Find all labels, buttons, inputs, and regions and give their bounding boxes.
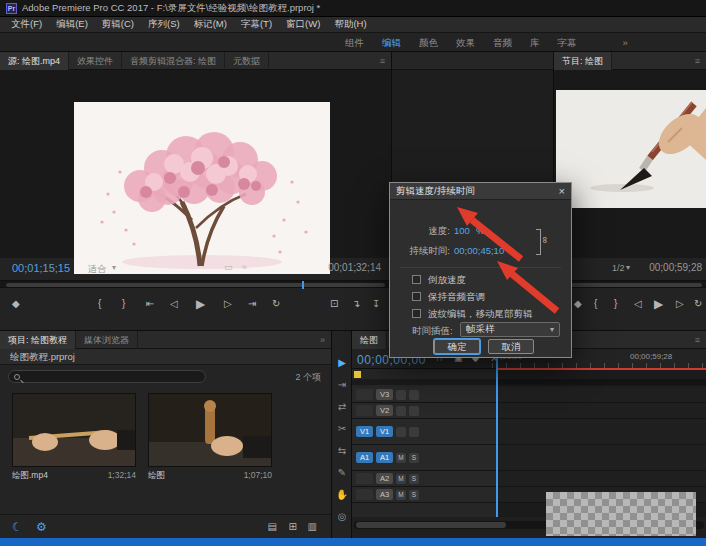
ripple-edit-checkbox[interactable]	[412, 309, 421, 318]
step-back-button[interactable]: ◁	[634, 294, 642, 314]
track-select-tool[interactable]: ⇥	[332, 379, 352, 390]
loop-button[interactable]: ↻	[694, 294, 702, 314]
track-output-icon[interactable]	[409, 427, 419, 437]
tab-project[interactable]: 项目: 绘图教程	[0, 331, 76, 349]
scrollbar-handle[interactable]	[356, 522, 506, 528]
step-forward-button[interactable]: ▷	[224, 294, 232, 314]
solo-button[interactable]: S	[409, 453, 419, 463]
workspace-tab-libraries[interactable]: 库	[521, 33, 549, 52]
source-scrub-bar[interactable]	[0, 280, 391, 288]
search-input[interactable]	[24, 372, 184, 382]
track-target-a2[interactable]: A2	[376, 473, 393, 484]
link-speed-duration-icon[interactable]: ∞	[540, 237, 550, 243]
project-search-box[interactable]	[8, 370, 206, 383]
mark-out-button[interactable]: }	[614, 294, 617, 314]
workspace-tab-titles[interactable]: 字幕	[549, 33, 586, 52]
track-target-v2[interactable]: V2	[376, 405, 393, 416]
workspace-tab-effects[interactable]: 效果	[447, 33, 484, 52]
track-target-v3[interactable]: V3	[376, 389, 393, 400]
track-output-icon[interactable]	[409, 390, 419, 400]
sync-lock-icon[interactable]	[396, 390, 406, 400]
menu-sequence[interactable]: 序列(S)	[141, 18, 187, 31]
drag-audio-icon[interactable]: ≈	[242, 263, 247, 272]
track-output-icon[interactable]	[409, 406, 419, 416]
razor-tool[interactable]: ✂	[332, 423, 352, 434]
menu-marker[interactable]: 标记(M)	[187, 18, 234, 31]
track-lane-v2[interactable]	[497, 403, 706, 419]
menu-title[interactable]: 字幕(T)	[234, 18, 279, 31]
mute-button[interactable]: M	[396, 453, 406, 463]
sync-lock-icon[interactable]	[396, 406, 406, 416]
source-zoom-select[interactable]: 适合	[88, 263, 106, 276]
workspace-tab-audio[interactable]: 音频	[484, 33, 521, 52]
pen-tool[interactable]: ✎	[332, 467, 352, 478]
insert-button[interactable]: ↴	[352, 294, 360, 314]
program-scrub-bar[interactable]	[554, 280, 706, 288]
project-item-card[interactable]: 绘图 1;07;10	[148, 393, 272, 482]
export-frame-button[interactable]: ⊡	[330, 294, 338, 314]
tab-source[interactable]: 源: 绘图.mp4	[0, 52, 69, 70]
menu-edit[interactable]: 编辑(E)	[49, 18, 95, 31]
program-video-frame[interactable]	[556, 90, 706, 208]
track-lane-a2[interactable]	[497, 471, 706, 487]
mark-in-button[interactable]: {	[98, 294, 101, 314]
source-patch-v1[interactable]: V1	[356, 426, 373, 437]
solo-button[interactable]: S	[409, 474, 419, 484]
source-patch-a1[interactable]: A1	[356, 452, 373, 463]
source-patch-empty[interactable]	[356, 489, 373, 500]
close-icon[interactable]: ×	[559, 185, 565, 197]
track-lane-a1[interactable]	[497, 445, 706, 471]
slip-tool[interactable]: ⇆	[332, 445, 352, 456]
selection-tool[interactable]: ▶	[332, 357, 352, 368]
play-button[interactable]: ▶	[196, 294, 205, 314]
add-marker-button[interactable]: ◆	[574, 294, 582, 314]
source-current-timecode[interactable]: 00;01;15;15	[12, 262, 70, 274]
menu-file[interactable]: 文件(F)	[4, 18, 49, 31]
ripple-edit-tool[interactable]: ⇄	[332, 401, 352, 412]
tab-effect-controls[interactable]: 效果控件	[69, 52, 122, 70]
hand-tool[interactable]: ✋	[332, 489, 352, 500]
time-interpolation-select[interactable]: 帧采样 ▾	[460, 322, 560, 337]
new-bin-icon[interactable]: ▤	[268, 522, 277, 532]
trash-icon[interactable]: ▥	[308, 522, 317, 532]
source-patch-empty[interactable]	[356, 389, 373, 400]
workspace-tab-editing[interactable]: 编辑	[373, 33, 410, 52]
solo-button[interactable]: S	[409, 490, 419, 500]
project-item-card[interactable]: 绘图.mp4 1;32;14	[12, 393, 136, 482]
go-to-out-button[interactable]: ⇥	[248, 294, 256, 314]
loop-button[interactable]: ↻	[272, 294, 280, 314]
gear-icon[interactable]: ⚙	[36, 520, 47, 534]
step-forward-button[interactable]: ▷	[676, 294, 684, 314]
speed-value[interactable]: 100	[454, 225, 470, 236]
dialog-title-bar[interactable]: 剪辑速度/持续时间 ×	[390, 183, 571, 200]
workspace-tab-color[interactable]: 颜色	[410, 33, 447, 52]
mark-out-button[interactable]: }	[122, 294, 125, 314]
track-target-v1[interactable]: V1	[376, 426, 393, 437]
reverse-speed-checkbox[interactable]	[412, 275, 421, 284]
new-item-icon[interactable]: ⊞	[289, 522, 297, 532]
track-lane-v1[interactable]	[497, 419, 706, 445]
source-patch-empty[interactable]	[356, 473, 373, 484]
playhead-line[interactable]	[496, 355, 498, 517]
menu-window[interactable]: 窗口(W)	[279, 18, 327, 31]
source-playhead-marker[interactable]	[302, 281, 304, 289]
track-target-a3[interactable]: A3	[376, 489, 393, 500]
workspace-overflow-icon[interactable]: »	[614, 33, 637, 52]
workspace-tab-assembly[interactable]: 组件	[336, 33, 373, 52]
program-zoom-select[interactable]: 1/2	[612, 263, 625, 273]
sync-lock-icon[interactable]	[396, 427, 406, 437]
step-back-button[interactable]: ◁	[170, 294, 178, 314]
ok-button[interactable]: 确定	[434, 339, 480, 354]
tab-metadata[interactable]: 元数据	[225, 52, 269, 70]
tab-media-browser[interactable]: 媒体浏览器	[76, 331, 138, 349]
go-to-in-button[interactable]: ⇤	[146, 294, 154, 314]
panel-menu-icon[interactable]: ≡	[374, 56, 391, 66]
menu-clip[interactable]: 剪辑(C)	[95, 18, 141, 31]
tab-program[interactable]: 节目: 绘图	[554, 52, 612, 70]
duration-value[interactable]: 00;00;45;10	[454, 245, 504, 256]
track-target-a1[interactable]: A1	[376, 452, 393, 463]
tab-sequence[interactable]: 绘图	[352, 331, 387, 349]
mute-button[interactable]: M	[396, 474, 406, 484]
track-lane-v3[interactable]	[497, 387, 706, 403]
source-patch-empty[interactable]	[356, 405, 373, 416]
